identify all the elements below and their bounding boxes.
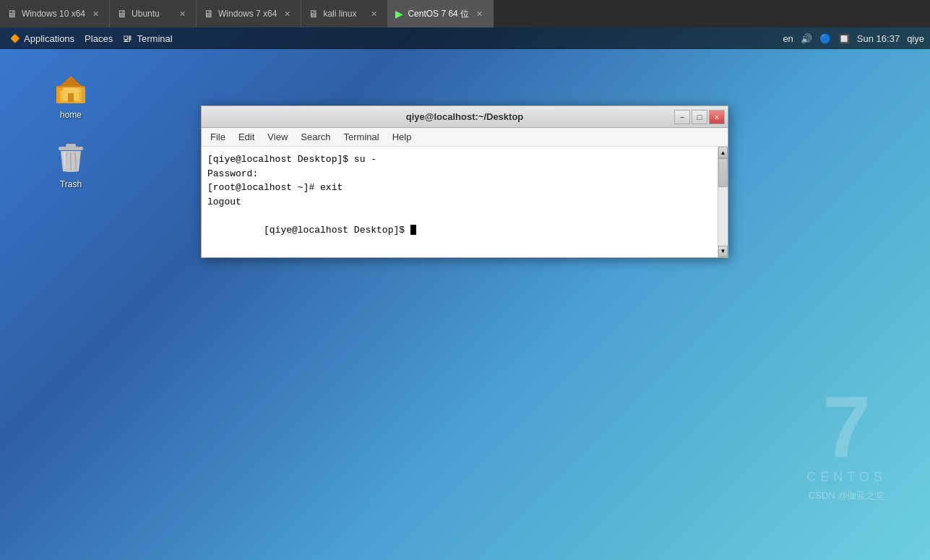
volume-icon: 🔊 bbox=[801, 33, 812, 44]
tab-win7-close[interactable]: ✕ bbox=[281, 8, 293, 20]
term-line-4: logout bbox=[207, 195, 712, 210]
scroll-down-button[interactable]: ▼ bbox=[718, 246, 728, 257]
terminal-scrollbar[interactable]: ▲ ▼ bbox=[718, 147, 728, 257]
tab-win7-label: Windows 7 x64 bbox=[218, 9, 277, 19]
menu-help[interactable]: Help bbox=[387, 129, 418, 145]
network-icon: 🔲 bbox=[838, 33, 850, 44]
taskbar-tabs: 🖥 Windows 10 x64 ✕ 🖥 Ubuntu ✕ 🖥 Windows … bbox=[0, 0, 930, 27]
applications-label: Applications bbox=[24, 33, 74, 44]
terminal-label: Terminal bbox=[137, 33, 173, 44]
svg-marker-5 bbox=[60, 76, 82, 86]
scroll-up-button[interactable]: ▲ bbox=[718, 147, 728, 158]
tab-win10-icon: 🖥 bbox=[7, 8, 17, 20]
bluetooth-icon: 🔵 bbox=[819, 33, 831, 44]
tab-centos-close[interactable]: ✕ bbox=[473, 8, 486, 20]
terminal-menubar: File Edit View Search Terminal Help bbox=[202, 128, 728, 147]
terminal-body[interactable]: [qiye@localhost Desktop]$ su - Password:… bbox=[202, 147, 718, 257]
home-folder-icon bbox=[53, 71, 88, 105]
desktop-icon-trash[interactable]: Trash bbox=[42, 140, 100, 191]
datetime-display: Sun 16:37 bbox=[857, 33, 900, 44]
tab-kali-icon: 🖥 bbox=[309, 8, 319, 20]
terminal-title: qiye@localhost:~/Desktop bbox=[406, 111, 524, 122]
restore-button[interactable]: □ bbox=[692, 110, 707, 124]
svg-rect-7 bbox=[68, 93, 74, 102]
tab-centos-icon: ▶ bbox=[395, 8, 403, 20]
menu-view[interactable]: View bbox=[262, 129, 293, 145]
tab-win10-label: Windows 10 x64 bbox=[22, 9, 85, 19]
centos-watermark: 7 CENTOS CSDN @伽蓝之堂 bbox=[806, 383, 887, 502]
tab-ubuntu-label: Ubuntu bbox=[132, 9, 160, 19]
csdn-attribution: CSDN @伽蓝之堂 bbox=[806, 489, 887, 502]
tab-win7[interactable]: 🖥 Windows 7 x64 ✕ bbox=[197, 0, 301, 27]
tab-ubuntu-close[interactable]: ✕ bbox=[176, 8, 189, 20]
tab-centos-label: CentOS 7 64 位 bbox=[408, 8, 469, 20]
terminal-cursor bbox=[410, 225, 416, 235]
close-button[interactable]: × bbox=[709, 110, 725, 124]
tab-kali-close[interactable]: ✕ bbox=[368, 8, 380, 20]
terminal-titlebar: qiye@localhost:~/Desktop − □ × bbox=[202, 106, 728, 128]
term-line-5: [qiye@localhost Desktop]$ bbox=[207, 209, 712, 251]
centos-number: 7 bbox=[806, 383, 887, 470]
tab-centos[interactable]: ▶ CentOS 7 64 位 ✕ bbox=[388, 0, 494, 27]
minimize-button[interactable]: − bbox=[674, 110, 690, 124]
tab-ubuntu-icon: 🖥 bbox=[117, 8, 127, 20]
tab-win7-icon: 🖥 bbox=[204, 8, 214, 20]
desktop: 🔶 Applications Places 🖳 Terminal en 🔊 🔵 … bbox=[0, 27, 930, 538]
tab-kali-label: kali linux bbox=[323, 9, 356, 19]
term-line-3: [root@localhost ~]# exit bbox=[207, 181, 712, 195]
tab-win10[interactable]: 🖥 Windows 10 x64 ✕ bbox=[0, 0, 110, 27]
locale-indicator: en bbox=[783, 33, 793, 44]
terminal-menu[interactable]: 🖳 Terminal bbox=[119, 32, 177, 46]
taskbar: 🖥 Windows 10 x64 ✕ 🖥 Ubuntu ✕ 🖥 Windows … bbox=[0, 0, 930, 27]
svg-line-12 bbox=[75, 152, 76, 170]
window-controls: − □ × bbox=[674, 110, 725, 124]
applications-menu[interactable]: 🔶 Applications bbox=[6, 32, 79, 46]
scroll-track[interactable] bbox=[718, 158, 728, 246]
menu-terminal[interactable]: Terminal bbox=[338, 129, 385, 145]
term-line-1: [qiye@localhost Desktop]$ su - bbox=[207, 152, 712, 167]
terminal-window: qiye@localhost:~/Desktop − □ × File Edit… bbox=[201, 105, 728, 258]
places-menu[interactable]: Places bbox=[80, 32, 117, 46]
user-display: qiye bbox=[907, 33, 924, 44]
menu-file[interactable]: File bbox=[204, 129, 231, 145]
svg-rect-9 bbox=[66, 144, 76, 148]
home-icon-label: home bbox=[57, 108, 85, 121]
menu-search[interactable]: Search bbox=[295, 129, 336, 145]
tab-kali[interactable]: 🖥 kali linux ✕ bbox=[301, 0, 388, 27]
places-label: Places bbox=[85, 33, 113, 44]
trash-icon bbox=[53, 140, 88, 175]
term-line-2: Password: bbox=[207, 167, 712, 181]
system-tray: en 🔊 🔵 🔲 Sun 16:37 qiye bbox=[783, 33, 924, 44]
desktop-icon-home[interactable]: home bbox=[42, 71, 100, 121]
scroll-thumb[interactable] bbox=[718, 158, 728, 187]
trash-icon-label: Trash bbox=[57, 178, 85, 191]
terminal-content: [qiye@localhost Desktop]$ su - Password:… bbox=[202, 147, 728, 257]
tab-ubuntu[interactable]: 🖥 Ubuntu ✕ bbox=[110, 0, 197, 27]
menu-edit[interactable]: Edit bbox=[233, 129, 260, 145]
tab-win10-close[interactable]: ✕ bbox=[90, 8, 102, 20]
gnome-menubar: 🔶 Applications Places 🖳 Terminal bbox=[6, 32, 177, 46]
centos-brand: CENTOS bbox=[806, 470, 887, 485]
